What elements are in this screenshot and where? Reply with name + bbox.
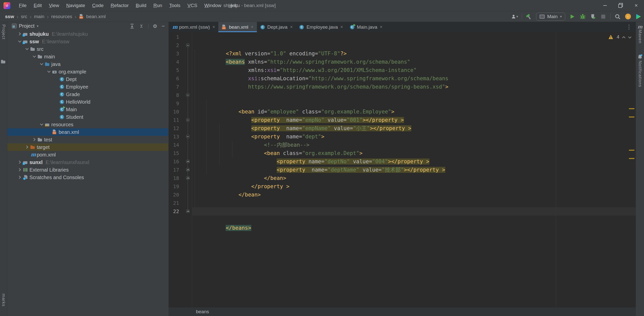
menu-item[interactable]: Edit xyxy=(30,0,46,11)
profile-icon[interactable]: ▾ xyxy=(511,13,518,20)
tree-row[interactable]: main xyxy=(7,53,168,60)
project-panel-title[interactable]: Project xyxy=(19,23,34,29)
fold-marker-icon[interactable] xyxy=(186,135,189,138)
tree-chevron-icon[interactable] xyxy=(25,152,30,157)
tree-row[interactable]: shujuku E:\learn\shujuku xyxy=(7,30,168,38)
tree-chevron-icon[interactable] xyxy=(17,175,23,180)
tree-chevron-icon[interactable] xyxy=(54,107,59,112)
breadcrumb-item[interactable]: resources xyxy=(44,14,72,20)
maven-stripe-button[interactable]: Maven xyxy=(637,29,642,44)
debug-icon[interactable] xyxy=(579,13,586,20)
previous-warning-icon[interactable] xyxy=(623,36,625,38)
fold-marker-icon[interactable] xyxy=(186,93,189,97)
ide-update-icon[interactable]: ↑ xyxy=(625,13,631,20)
tree-row[interactable]: bean.xml xyxy=(7,128,168,136)
fold-marker-icon[interactable] xyxy=(186,44,189,47)
tree-row[interactable]: Main xyxy=(7,106,168,113)
tree-row[interactable]: External Libraries xyxy=(7,166,168,174)
tab-close-icon[interactable]: × xyxy=(212,24,215,30)
chevron-down-icon[interactable]: ▾ xyxy=(37,24,38,28)
editor-tab[interactable]: Main.java × xyxy=(346,22,386,32)
stop-icon[interactable] xyxy=(600,13,607,20)
tree-row[interactable]: target xyxy=(7,143,168,151)
tab-close-icon[interactable]: × xyxy=(251,24,254,30)
code-line[interactable]: <property name="empNo" value="001"></pro… xyxy=(194,99,636,108)
editor-tab[interactable]: pom.xml (ssw) × xyxy=(169,22,218,32)
menu-item[interactable]: Code xyxy=(89,0,107,11)
menu-item[interactable]: Window xyxy=(201,0,225,11)
menu-item[interactable]: File xyxy=(15,0,30,11)
tree-row[interactable]: Student xyxy=(7,113,168,121)
tree-chevron-icon[interactable] xyxy=(17,31,23,36)
run-configuration-select[interactable]: Main ▾ xyxy=(536,13,565,21)
coverage-icon[interactable] xyxy=(590,13,596,20)
tree-row[interactable]: java xyxy=(7,60,168,68)
expand-all-icon[interactable] xyxy=(130,24,135,29)
code-line[interactable]: </beans> xyxy=(192,207,636,216)
tab-close-icon[interactable]: × xyxy=(290,24,293,30)
tree-row[interactable]: src xyxy=(7,45,168,53)
fold-marker-icon[interactable] xyxy=(186,176,189,180)
fold-marker-icon[interactable] xyxy=(186,160,189,163)
tree-chevron-icon[interactable] xyxy=(32,137,37,142)
code-line[interactable] xyxy=(194,199,636,207)
folder-icon[interactable] xyxy=(1,59,6,64)
tree-chevron-icon[interactable] xyxy=(54,84,59,89)
build-hammer-icon[interactable] xyxy=(526,13,532,20)
tree-row[interactable]: pom.xml xyxy=(7,151,168,159)
gradient-logo-icon[interactable] xyxy=(635,13,641,20)
tree-row[interactable]: resources xyxy=(7,121,168,128)
warning-stripe-mark[interactable] xyxy=(629,108,634,109)
bookmarks-stripe-button[interactable]: marks xyxy=(1,294,6,306)
search-everywhere-icon[interactable] xyxy=(614,13,621,20)
tree-row[interactable]: org.example xyxy=(7,68,168,75)
tab-close-icon[interactable]: × xyxy=(340,24,343,30)
fold-marker-icon[interactable] xyxy=(186,168,189,171)
menu-item[interactable]: Run xyxy=(150,0,166,11)
fold-marker-icon[interactable] xyxy=(186,210,189,213)
code-line[interactable]: <?xml version="1.0" encoding="UTF-8"?> xyxy=(194,33,636,41)
tree-chevron-icon[interactable] xyxy=(25,145,30,150)
breadcrumb-item[interactable]: ssw xyxy=(5,14,14,19)
tabs-more-icon[interactable]: ⋮ xyxy=(626,22,632,32)
editor-tab[interactable]: bean.xml × xyxy=(218,22,257,32)
tree-row[interactable]: ssw E:\learn\ssw xyxy=(7,38,168,45)
close-icon[interactable]: × xyxy=(628,0,644,11)
tree-chevron-icon[interactable] xyxy=(47,69,52,74)
run-icon[interactable] xyxy=(569,13,576,20)
code-line[interactable]: <bean id="employee" class="org.example.E… xyxy=(194,91,636,99)
tree-row[interactable]: sunxl E:\learn\sunxl\sunxl xyxy=(7,159,168,166)
code-line[interactable]: <beans xmlns="http://www.springframework… xyxy=(194,41,636,50)
menu-item[interactable]: Build xyxy=(132,0,150,11)
tree-chevron-icon[interactable] xyxy=(54,92,59,97)
code-area[interactable]: 1 2 3 4 5 6 xyxy=(169,32,636,307)
breadcrumb-item[interactable]: main xyxy=(27,14,44,20)
gear-icon[interactable]: ⚙ xyxy=(153,23,157,29)
tree-chevron-icon[interactable] xyxy=(25,47,30,52)
hide-panel-icon[interactable]: − xyxy=(162,23,165,29)
tree-row[interactable]: test xyxy=(7,136,168,143)
breadcrumb-item[interactable]: bean.xml xyxy=(72,14,106,20)
tree-chevron-icon[interactable] xyxy=(39,62,45,67)
tree-chevron-icon[interactable] xyxy=(54,114,59,120)
warning-stripe-mark[interactable] xyxy=(629,158,634,159)
fold-marker-icon[interactable] xyxy=(186,118,189,122)
project-stripe-button[interactable]: Project xyxy=(1,24,6,40)
tree-chevron-icon[interactable] xyxy=(39,122,45,127)
tree-chevron-icon[interactable] xyxy=(17,160,23,165)
restore-icon[interactable] xyxy=(613,0,628,11)
tree-chevron-icon[interactable] xyxy=(54,99,59,104)
menu-item[interactable]: View xyxy=(45,0,63,11)
tree-chevron-icon[interactable] xyxy=(17,167,23,172)
tree-row[interactable]: Employee xyxy=(7,83,168,91)
collapse-all-icon[interactable] xyxy=(139,24,144,29)
minimize-icon[interactable] xyxy=(597,0,613,11)
editor-tab[interactable]: Dept.java × xyxy=(257,22,296,32)
menu-item[interactable]: Navigate xyxy=(63,0,89,11)
next-warning-icon[interactable] xyxy=(629,36,631,38)
tab-close-icon[interactable]: × xyxy=(380,24,383,30)
notifications-stripe-button[interactable]: Notifications xyxy=(637,61,642,87)
breadcrumb-tag[interactable]: beans xyxy=(196,309,209,314)
menu-item[interactable]: Tools xyxy=(166,0,184,11)
warning-stripe-mark[interactable] xyxy=(629,116,634,117)
